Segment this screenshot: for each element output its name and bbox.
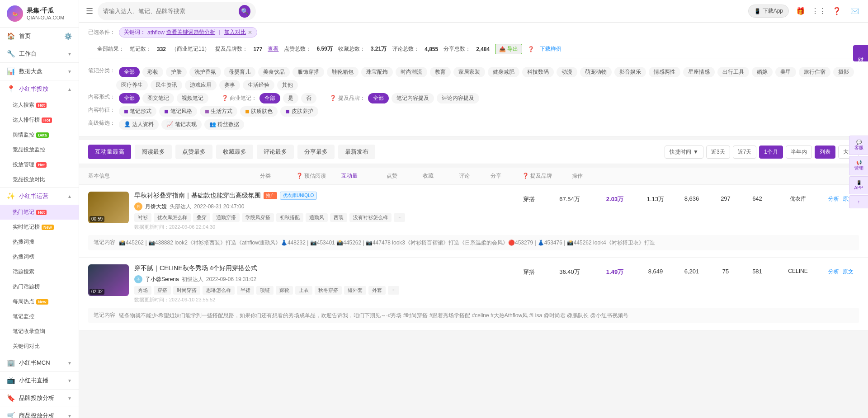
category-tag-emotion[interactable]: 情感两性 [649,67,680,77]
char-note-form[interactable]: ◼ 笔记形式 [119,106,156,117]
category-tag-skincare[interactable]: 护肤 [166,67,187,77]
sales-btn[interactable]: 📢 营销 [849,156,868,175]
sidebar-item-databoard[interactable]: 📊 数据大盘 ▼ [0,63,79,80]
category-tag-wedding[interactable]: 婚嫁 [752,67,773,77]
card1-tag-3[interactable]: 叠穿 [193,213,210,222]
card2-tag-7[interactable]: 踝靴 [276,286,293,295]
sidebar-sub-trending-rank[interactable]: 热搜词榜 [0,249,79,264]
sidebar-item-product[interactable]: 🛒 商品投放分析 ▼ [0,407,79,418]
trend-analysis-link[interactable]: 查看关键词趋势分析 [166,28,215,36]
search-input[interactable] [103,8,239,14]
category-tag-edu[interactable]: 教育 [430,67,451,77]
card1-tag-6[interactable]: 初秋搭配 [276,213,303,222]
card2-tag-9[interactable]: 秋冬穿搭 [315,286,342,295]
content-type-all[interactable]: 全部 [119,93,140,103]
sidebar-item-xhs-launch[interactable]: 📍 小红书投放 ▲ [0,80,79,98]
sidebar-sub-weekly-hot[interactable]: 每周热点 New [0,294,79,309]
category-tag-bath[interactable]: 洗护香氛 [189,67,221,77]
content-type-video[interactable]: 视频笔记 [177,93,208,103]
category-tag-news[interactable]: 民生资讯 [151,80,182,90]
mention-all[interactable]: 全部 [368,93,389,103]
sidebar-item-live[interactable]: 📺 小红书直播 ▼ [0,372,79,389]
sort-tab-likes[interactable]: 点赞最多 [175,145,212,159]
card2-tag-10[interactable]: 短外套 [344,286,366,295]
brands-view-link[interactable]: 查看 [268,45,278,53]
category-tag-trend[interactable]: 时尚潮流 [396,67,427,77]
download-sample-link[interactable]: 下载样例 [540,45,561,53]
sidebar-sub-keyword-compare[interactable]: 关键词对比 [0,339,79,354]
back-top-btn[interactable]: ↑ [849,195,868,208]
category-tag-astro[interactable]: 星座情感 [683,67,715,77]
view-btn-list[interactable]: 列表 [815,146,835,159]
category-tag-health[interactable]: 医疗养生 [116,80,148,90]
card1-tag-5[interactable]: 学院风穿搭 [242,213,274,222]
app-btn[interactable]: 📱 APP [849,176,868,194]
category-tag-tech[interactable]: 科技数码 [522,67,554,77]
category-tag-fashion[interactable]: 服饰穿搭 [292,67,324,77]
card1-thumbnail[interactable]: 00:59 [88,192,129,223]
sidebar-sub-competitor-compare[interactable]: 竞品投放对比 [0,172,79,187]
adv-creator-info[interactable]: 👤 达人资料 [119,119,159,130]
category-tag-baby[interactable]: 母婴育儿 [224,67,255,77]
time-btn-7days[interactable]: 近7天 [733,146,757,159]
category-tag-fitness[interactable]: 健身减肥 [488,67,519,77]
category-tag-food[interactable]: 美食饮品 [258,67,290,77]
sidebar-sub-trending-search[interactable]: 热搜词搜 [0,235,79,249]
category-tag-pets[interactable]: 萌宠动物 [580,67,612,77]
time-btn-halfyear[interactable]: 半年内 [786,146,812,159]
category-tag-travel[interactable]: 旅行住宿 [799,67,830,77]
category-tag-game[interactable]: 游戏应用 [185,80,217,90]
sidebar-item-xhs-operation[interactable]: ✨ 小红书运营 ▲ [0,188,79,205]
hamburger-icon[interactable]: ☰ [86,6,93,16]
time-select-dropdown[interactable]: 快捷时间 ▼ [665,146,703,159]
card2-tag-8[interactable]: 上衣 [295,286,312,295]
compare-link[interactable]: 加入对比 [224,28,246,36]
category-tag-other[interactable]: 其他 [277,80,298,90]
card1-tag-8[interactable]: 西装 [330,213,347,222]
sidebar-sub-topic-rank[interactable]: 热门话题榜 [0,279,79,294]
category-tag-makeup[interactable]: 彩妆 [142,67,163,77]
question-icon[interactable]: ❓ [830,5,843,18]
content-type-image[interactable]: 图文笔记 [142,93,174,103]
sidebar-sub-hot-notes[interactable]: 热门笔记 Hot [0,205,79,220]
card2-analyze-link[interactable]: 分析 [828,268,839,276]
sort-tab-collect[interactable]: 收藏最多 [216,145,253,159]
download-app-button[interactable]: 📱 下载App [748,5,789,18]
category-tag-all[interactable]: 全部 [119,67,140,77]
card1-analyze-link[interactable]: 分析 [828,195,839,203]
sidebar-sub-creator-search[interactable]: 达人搜索 Hot [0,98,79,113]
card2-tag-4[interactable]: 思琳怎么样 [203,286,235,295]
adv-fan-data[interactable]: 👥 粉丝数据 [204,119,244,130]
category-tag-travel-tool[interactable]: 出行工具 [717,67,749,77]
sidebar-sub-note-query[interactable]: 笔记收录查询 [0,324,79,339]
time-btn-1month[interactable]: 1个月 [759,146,783,159]
category-tag-home[interactable]: 家居家装 [453,67,485,77]
sidebar-item-brand-launch[interactable]: 🔖 品牌投放分析 ▼ [0,390,79,407]
sidebar-sub-sentiment[interactable]: 舆情监控 Beta [0,127,79,142]
customer-service-btn[interactable]: 💬 客服 [849,136,868,155]
sort-tab-interaction[interactable]: 互动量最高 [88,145,131,159]
category-tag-anime[interactable]: 动漫 [557,67,577,77]
adv-note-perf[interactable]: 📈 笔记表现 [161,119,201,130]
card2-thumbnail[interactable]: 02:32 [88,264,129,296]
category-tag-shoes[interactable]: 鞋靴箱包 [327,67,359,77]
char-skin-care[interactable]: ◼ 皮肤养护 [280,106,318,117]
sidebar-sub-note-monitor[interactable]: 笔记监控 [0,309,79,324]
gift-icon[interactable]: 🎁 [794,5,807,18]
category-tag-photo[interactable]: 摄影 [833,67,854,77]
sort-tab-comment[interactable]: 评论最多 [257,145,294,159]
card2-tag-3[interactable]: 时尚穿搭 [173,286,200,295]
mention-note[interactable]: 笔记内容提及 [392,93,434,103]
mention-comment[interactable]: 评论内容提及 [437,93,479,103]
category-tag-sports[interactable]: 赛事 [219,80,240,90]
card1-tag-more[interactable]: ··· [394,213,405,222]
char-note-style[interactable]: ◼ 笔记风格 [159,106,197,117]
char-skin-type[interactable]: ◼ 肤质肤色 [240,106,278,117]
business-all[interactable]: 全部 [259,93,280,103]
card2-tag-5[interactable]: 半裙 [237,286,254,295]
category-tag-entertainment[interactable]: 影音娱乐 [614,67,646,77]
card2-tag-more[interactable]: ··· [388,286,399,295]
category-tag-jewelry[interactable]: 珠宝配饰 [361,67,393,77]
sidebar-sub-creator-rank[interactable]: 达人排行榜 Hot [0,113,79,127]
search-button[interactable]: 🔍 [239,5,250,18]
